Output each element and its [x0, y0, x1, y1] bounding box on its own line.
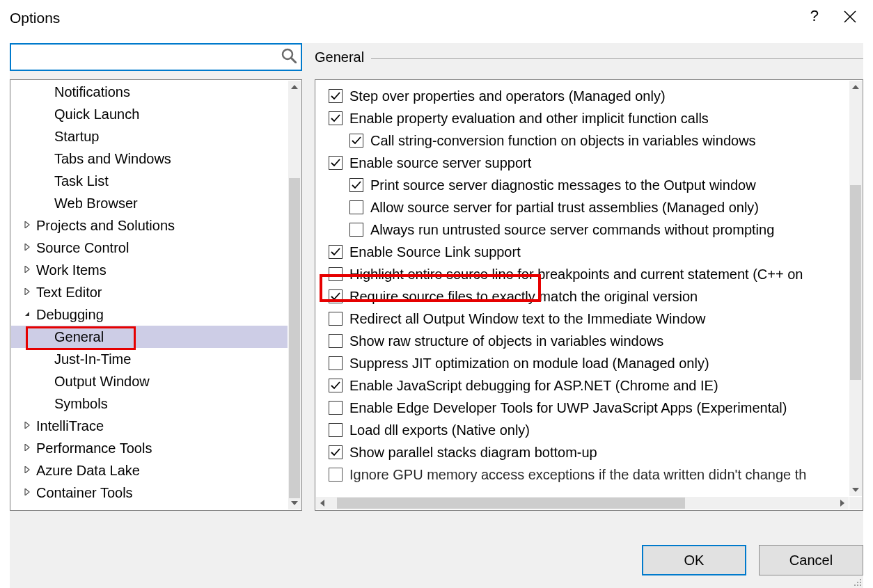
option-row: Always run untrusted source server comma…: [329, 218, 842, 241]
checkbox[interactable]: [329, 445, 343, 459]
tree-item-label: Projects and Solutions: [36, 218, 175, 234]
chevron-right-icon[interactable]: [22, 443, 32, 453]
tree-item[interactable]: Web Browser: [11, 192, 288, 214]
chevron-right-icon[interactable]: [22, 421, 32, 431]
chevron-right-icon[interactable]: [22, 243, 32, 253]
tree-item-label: Performance Tools: [36, 440, 152, 456]
option-row: Enable source server support: [329, 152, 842, 174]
checkbox[interactable]: [329, 156, 343, 170]
search-input[interactable]: [11, 45, 301, 70]
options-list: Step over properties and operators (Mana…: [315, 79, 863, 511]
ok-button[interactable]: OK: [642, 545, 746, 575]
option-label: Always run untrusted source server comma…: [370, 222, 774, 238]
tree-viewport[interactable]: NotificationsQuick LaunchStartupTabs and…: [11, 81, 288, 509]
list-scrollbar-vertical[interactable]: [849, 81, 862, 496]
tree-item-label: Container Tools: [36, 485, 133, 501]
tree-item[interactable]: General: [11, 326, 288, 348]
checkbox[interactable]: [329, 334, 343, 348]
tree-item[interactable]: Startup: [11, 125, 288, 148]
scroll-down-icon[interactable]: [849, 484, 862, 496]
svg-line-1: [292, 58, 297, 63]
tree-item[interactable]: Source Control: [11, 237, 288, 259]
close-icon[interactable]: [844, 9, 863, 23]
option-label: Enable Edge Developer Tools for UWP Java…: [349, 400, 787, 416]
option-label: Suppress JIT optimization on module load…: [349, 356, 709, 372]
tree-item-label: Just-In-Time: [54, 351, 131, 367]
section-title: General: [315, 49, 364, 65]
chevron-right-icon[interactable]: [22, 488, 32, 498]
option-label: Highlight entire source line for breakpo…: [349, 267, 803, 283]
checkbox[interactable]: [329, 89, 343, 103]
tree-item[interactable]: Azure Data Lake: [11, 459, 288, 482]
scroll-left-icon[interactable]: [316, 497, 329, 509]
scroll-down-icon[interactable]: [288, 497, 301, 509]
resize-grip-icon[interactable]: [852, 577, 862, 587]
checkbox[interactable]: [349, 134, 363, 148]
option-label: Show raw structure of objects in variabl…: [349, 333, 663, 349]
checkbox[interactable]: [349, 200, 363, 214]
scroll-thumb[interactable]: [337, 498, 685, 509]
tree-item[interactable]: Work Items: [11, 259, 288, 281]
tree-item[interactable]: Output Window: [11, 370, 288, 392]
tree-item[interactable]: Tabs and Windows: [11, 148, 288, 170]
chevron-right-icon[interactable]: [22, 221, 32, 230]
dialog-body: General NotificationsQuick LaunchStartup…: [10, 43, 863, 588]
scroll-up-icon[interactable]: [288, 81, 301, 93]
checkbox[interactable]: [329, 356, 343, 370]
tree-item[interactable]: Notifications: [11, 81, 288, 103]
tree-item[interactable]: Text Editor: [11, 281, 288, 303]
scroll-thumb[interactable]: [850, 185, 861, 380]
checkbox[interactable]: [349, 178, 363, 192]
tree-item-label: Output Window: [54, 374, 150, 390]
checkbox[interactable]: [329, 379, 343, 392]
scroll-thumb[interactable]: [289, 178, 300, 498]
cancel-button[interactable]: Cancel: [759, 545, 863, 575]
tree-item[interactable]: Container Tools: [11, 482, 288, 504]
scroll-up-icon[interactable]: [849, 81, 862, 93]
options-viewport[interactable]: Step over properties and operators (Mana…: [316, 81, 849, 496]
tree-item-label: General: [54, 329, 104, 345]
option-row: Ignore GPU memory access exceptions if t…: [329, 463, 842, 486]
option-row: Enable JavaScript debugging for ASP.NET …: [329, 374, 842, 397]
option-label: Enable Source Link support: [349, 244, 521, 260]
checkbox[interactable]: [329, 289, 343, 303]
checkbox[interactable]: [349, 223, 363, 237]
chevron-right-icon[interactable]: [22, 466, 32, 475]
option-label: Allow source server for partial trust as…: [370, 200, 759, 216]
scroll-right-icon[interactable]: [836, 497, 849, 509]
tree-scrollbar-vertical[interactable]: [288, 81, 301, 509]
tree-item-label: Source Control: [36, 240, 129, 256]
tree-item[interactable]: Performance Tools: [11, 437, 288, 459]
checkbox[interactable]: [329, 267, 343, 281]
help-icon[interactable]: ?: [810, 7, 819, 25]
titlebar: Options ?: [10, 7, 863, 42]
tree-item[interactable]: Quick Launch: [11, 103, 288, 125]
tree-item[interactable]: Just-In-Time: [11, 348, 288, 370]
option-row: Enable property evaluation and other imp…: [329, 107, 842, 129]
chevron-right-icon[interactable]: [22, 265, 32, 275]
checkbox[interactable]: [329, 423, 343, 437]
option-label: Ignore GPU memory access exceptions if t…: [349, 467, 806, 483]
checkbox[interactable]: [329, 111, 343, 125]
option-row: Redirect all Output Window text to the I…: [329, 308, 842, 330]
tree-item[interactable]: Task List: [11, 170, 288, 192]
option-row: Step over properties and operators (Mana…: [329, 85, 842, 107]
checkbox[interactable]: [329, 312, 343, 326]
list-scrollbar-horizontal[interactable]: [316, 497, 849, 509]
option-row: Print source server diagnostic messages …: [329, 174, 842, 196]
checkbox[interactable]: [329, 401, 343, 415]
tree-item[interactable]: Projects and Solutions: [11, 214, 288, 237]
checkbox[interactable]: [329, 468, 343, 482]
checkbox[interactable]: [329, 245, 343, 259]
tree-item-label: Tabs and Windows: [54, 151, 171, 167]
tree-item[interactable]: Debugging: [11, 303, 288, 326]
tree-item[interactable]: Symbols: [11, 392, 288, 415]
search-icon[interactable]: [281, 48, 297, 66]
chevron-right-icon[interactable]: [22, 287, 32, 297]
chevron-down-icon[interactable]: [22, 310, 32, 319]
panels: NotificationsQuick LaunchStartupTabs and…: [10, 79, 863, 511]
option-label: Enable source server support: [349, 155, 531, 171]
option-row: Enable Source Link support: [329, 241, 842, 263]
tree-item[interactable]: IntelliTrace: [11, 415, 288, 437]
tree-item-label: Azure Data Lake: [36, 463, 140, 479]
